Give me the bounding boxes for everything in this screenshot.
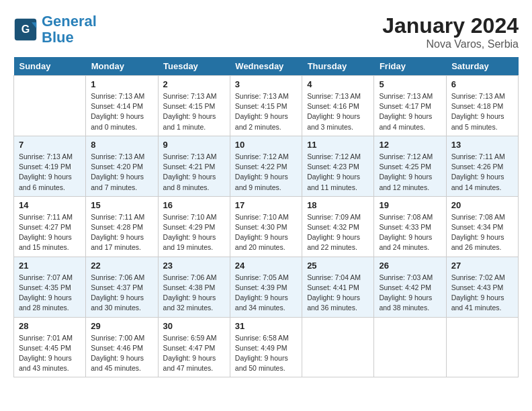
calendar-week-row: 1Sunrise: 7:13 AMSunset: 4:14 PMDaylight… [14, 76, 519, 136]
calendar-cell: 1Sunrise: 7:13 AMSunset: 4:14 PMDaylight… [86, 76, 158, 136]
day-number: 20 [451, 200, 513, 210]
day-number: 19 [379, 200, 441, 210]
day-number: 30 [163, 321, 225, 331]
day-number: 16 [163, 200, 225, 210]
day-number: 24 [235, 261, 297, 271]
day-number: 9 [163, 140, 225, 150]
day-number: 26 [379, 261, 441, 271]
weekday-header-row: SundayMondayTuesdayWednesdayThursdayFrid… [14, 57, 519, 76]
day-number: 6 [451, 79, 513, 89]
day-info: Sunrise: 7:13 AMSunset: 4:15 PMDaylight:… [163, 91, 225, 132]
calendar-cell: 27Sunrise: 7:02 AMSunset: 4:43 PMDayligh… [446, 257, 518, 317]
day-number: 7 [19, 140, 81, 150]
calendar-cell: 11Sunrise: 7:12 AMSunset: 4:23 PMDayligh… [302, 136, 374, 196]
calendar-cell: 16Sunrise: 7:10 AMSunset: 4:29 PMDayligh… [158, 196, 230, 257]
day-info: Sunrise: 7:01 AMSunset: 4:45 PMDaylight:… [19, 333, 81, 374]
month-title: January 2024 [382, 13, 519, 38]
calendar-cell: 28Sunrise: 7:01 AMSunset: 4:45 PMDayligh… [14, 317, 86, 377]
day-number: 3 [235, 79, 297, 89]
day-number: 15 [91, 200, 152, 210]
calendar-cell: 14Sunrise: 7:11 AMSunset: 4:27 PMDayligh… [14, 196, 86, 257]
day-number: 14 [19, 200, 81, 210]
day-number: 13 [451, 140, 513, 150]
calendar-cell: 23Sunrise: 7:06 AMSunset: 4:38 PMDayligh… [158, 257, 230, 317]
day-info: Sunrise: 6:59 AMSunset: 4:47 PMDaylight:… [163, 333, 225, 374]
day-info: Sunrise: 7:12 AMSunset: 4:23 PMDaylight:… [307, 152, 369, 193]
day-number: 23 [163, 261, 225, 271]
calendar-cell: 20Sunrise: 7:08 AMSunset: 4:34 PMDayligh… [446, 196, 518, 257]
day-number: 28 [19, 321, 81, 331]
calendar-cell [14, 76, 86, 136]
day-info: Sunrise: 7:03 AMSunset: 4:42 PMDaylight:… [379, 273, 441, 314]
logo-icon: G [13, 17, 38, 42]
day-info: Sunrise: 7:11 AMSunset: 4:28 PMDaylight:… [91, 212, 152, 253]
day-info: Sunrise: 7:13 AMSunset: 4:17 PMDaylight:… [379, 91, 441, 132]
calendar-week-row: 21Sunrise: 7:07 AMSunset: 4:35 PMDayligh… [14, 257, 519, 317]
calendar-cell: 18Sunrise: 7:09 AMSunset: 4:32 PMDayligh… [302, 196, 374, 257]
calendar-cell: 12Sunrise: 7:12 AMSunset: 4:25 PMDayligh… [374, 136, 446, 196]
logo: G General Blue [13, 13, 97, 46]
calendar-cell: 25Sunrise: 7:04 AMSunset: 4:41 PMDayligh… [302, 257, 374, 317]
day-info: Sunrise: 7:06 AMSunset: 4:38 PMDaylight:… [163, 273, 225, 314]
day-info: Sunrise: 7:13 AMSunset: 4:14 PMDaylight:… [91, 91, 152, 132]
day-number: 18 [307, 200, 369, 210]
day-number: 22 [91, 261, 152, 271]
calendar-cell: 30Sunrise: 6:59 AMSunset: 4:47 PMDayligh… [158, 317, 230, 377]
calendar-cell: 13Sunrise: 7:11 AMSunset: 4:26 PMDayligh… [446, 136, 518, 196]
day-info: Sunrise: 7:10 AMSunset: 4:29 PMDaylight:… [163, 212, 225, 253]
calendar-cell: 7Sunrise: 7:13 AMSunset: 4:19 PMDaylight… [14, 136, 86, 196]
day-number: 17 [235, 200, 297, 210]
day-number: 2 [163, 79, 225, 89]
day-info: Sunrise: 7:12 AMSunset: 4:25 PMDaylight:… [379, 152, 441, 193]
day-info: Sunrise: 7:13 AMSunset: 4:16 PMDaylight:… [307, 91, 369, 132]
day-info: Sunrise: 6:58 AMSunset: 4:49 PMDaylight:… [235, 333, 297, 374]
calendar-week-row: 14Sunrise: 7:11 AMSunset: 4:27 PMDayligh… [14, 196, 519, 257]
calendar-cell: 3Sunrise: 7:13 AMSunset: 4:15 PMDaylight… [230, 76, 302, 136]
calendar-cell: 5Sunrise: 7:13 AMSunset: 4:17 PMDaylight… [374, 76, 446, 136]
title-block: January 2024 Nova Varos, Serbia [382, 13, 519, 50]
calendar-cell: 8Sunrise: 7:13 AMSunset: 4:20 PMDaylight… [86, 136, 158, 196]
day-number: 12 [379, 140, 441, 150]
day-info: Sunrise: 7:08 AMSunset: 4:34 PMDaylight:… [451, 212, 513, 253]
weekday-header: Sunday [14, 57, 86, 76]
day-info: Sunrise: 7:11 AMSunset: 4:26 PMDaylight:… [451, 152, 513, 193]
day-info: Sunrise: 7:06 AMSunset: 4:37 PMDaylight:… [91, 273, 152, 314]
calendar-cell [446, 317, 518, 377]
weekday-header: Saturday [446, 57, 518, 76]
calendar-cell: 26Sunrise: 7:03 AMSunset: 4:42 PMDayligh… [374, 257, 446, 317]
weekday-header: Tuesday [158, 57, 230, 76]
day-number: 8 [91, 140, 152, 150]
day-info: Sunrise: 7:11 AMSunset: 4:27 PMDaylight:… [19, 212, 81, 253]
logo-text: General Blue [42, 13, 97, 46]
calendar-table: SundayMondayTuesdayWednesdayThursdayFrid… [13, 57, 519, 377]
day-info: Sunrise: 7:13 AMSunset: 4:19 PMDaylight:… [19, 152, 81, 193]
calendar-week-row: 28Sunrise: 7:01 AMSunset: 4:45 PMDayligh… [14, 317, 519, 377]
calendar-cell [302, 317, 374, 377]
calendar-cell: 6Sunrise: 7:13 AMSunset: 4:18 PMDaylight… [446, 76, 518, 136]
day-info: Sunrise: 7:05 AMSunset: 4:39 PMDaylight:… [235, 273, 297, 314]
day-number: 21 [19, 261, 81, 271]
calendar-cell: 19Sunrise: 7:08 AMSunset: 4:33 PMDayligh… [374, 196, 446, 257]
day-number: 11 [307, 140, 369, 150]
calendar-cell [374, 317, 446, 377]
weekday-header: Monday [86, 57, 158, 76]
day-info: Sunrise: 7:04 AMSunset: 4:41 PMDaylight:… [307, 273, 369, 314]
day-info: Sunrise: 7:10 AMSunset: 4:30 PMDaylight:… [235, 212, 297, 253]
day-info: Sunrise: 7:13 AMSunset: 4:21 PMDaylight:… [163, 152, 225, 193]
calendar-week-row: 7Sunrise: 7:13 AMSunset: 4:19 PMDaylight… [14, 136, 519, 196]
calendar-cell: 29Sunrise: 7:00 AMSunset: 4:46 PMDayligh… [86, 317, 158, 377]
day-info: Sunrise: 7:13 AMSunset: 4:15 PMDaylight:… [235, 91, 297, 132]
day-number: 5 [379, 79, 441, 89]
weekday-header: Thursday [302, 57, 374, 76]
day-info: Sunrise: 7:08 AMSunset: 4:33 PMDaylight:… [379, 212, 441, 253]
weekday-header: Wednesday [230, 57, 302, 76]
day-number: 10 [235, 140, 297, 150]
calendar-cell: 4Sunrise: 7:13 AMSunset: 4:16 PMDaylight… [302, 76, 374, 136]
day-info: Sunrise: 7:09 AMSunset: 4:32 PMDaylight:… [307, 212, 369, 253]
day-info: Sunrise: 7:02 AMSunset: 4:43 PMDaylight:… [451, 273, 513, 314]
weekday-header: Friday [374, 57, 446, 76]
day-info: Sunrise: 7:12 AMSunset: 4:22 PMDaylight:… [235, 152, 297, 193]
day-info: Sunrise: 7:13 AMSunset: 4:20 PMDaylight:… [91, 152, 152, 193]
day-number: 4 [307, 79, 369, 89]
day-info: Sunrise: 7:13 AMSunset: 4:18 PMDaylight:… [451, 91, 513, 132]
